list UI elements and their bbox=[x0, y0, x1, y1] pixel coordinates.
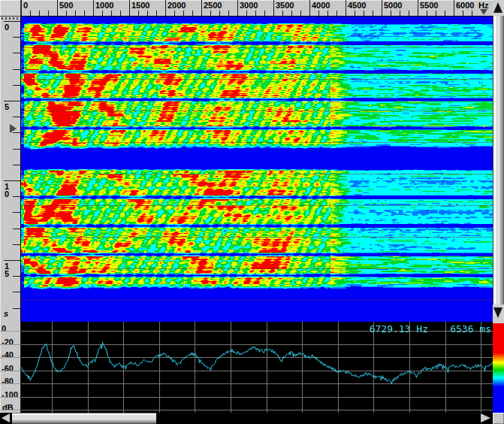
freq-minor-tick bbox=[75, 11, 76, 16]
intensity-color-scale-bar bbox=[493, 323, 504, 413]
time-minor-tick bbox=[13, 132, 20, 133]
db-axis-separator bbox=[0, 331, 20, 332]
freq-minor-tick bbox=[445, 11, 445, 16]
db-tick-label: -40 bbox=[2, 350, 14, 359]
right-arrow-icon bbox=[481, 413, 490, 422]
freq-tick-label: 3500 bbox=[276, 1, 294, 10]
time-minor-tick bbox=[13, 229, 20, 229]
freq-minor-tick bbox=[30, 11, 31, 16]
db-unit-label: dB bbox=[2, 403, 14, 412]
freq-tick-label: 2500 bbox=[204, 1, 222, 10]
freq-tick-label: 5500 bbox=[420, 1, 438, 10]
freq-major-tick bbox=[273, 0, 274, 16]
vertical-scrollbar[interactable] bbox=[493, 0, 504, 323]
freq-minor-tick bbox=[111, 11, 112, 16]
freq-major-tick bbox=[165, 0, 166, 16]
frequency-ruler: Hz 0500100015002000250030003500400045005… bbox=[21, 0, 493, 17]
scroll-right-button[interactable] bbox=[479, 413, 493, 424]
cursor-frequency-readout: 6729.13 Hz bbox=[370, 323, 428, 335]
freq-minor-tick bbox=[364, 11, 364, 16]
freq-minor-tick bbox=[327, 11, 328, 16]
freq-minor-tick bbox=[174, 11, 175, 16]
freq-tick-label: 4500 bbox=[348, 1, 366, 10]
freq-minor-tick bbox=[300, 11, 301, 16]
freq-tick-label: 0 bbox=[23, 1, 28, 10]
freq-minor-tick bbox=[264, 11, 265, 16]
freq-tick-label: 3000 bbox=[240, 1, 258, 10]
freq-minor-tick bbox=[228, 11, 229, 16]
time-unit-label: s bbox=[4, 309, 8, 318]
time-minor-tick bbox=[13, 244, 20, 245]
freq-minor-tick bbox=[427, 11, 427, 16]
time-minor-tick bbox=[13, 53, 20, 53]
db-axis-separator bbox=[0, 383, 20, 384]
time-ruler: s 051015 bbox=[0, 17, 21, 322]
scroll-up-button[interactable] bbox=[493, 0, 504, 17]
time-minor-tick bbox=[13, 69, 20, 70]
freq-minor-tick bbox=[192, 11, 193, 16]
freq-major-tick bbox=[418, 0, 418, 16]
time-major-tick bbox=[4, 260, 20, 261]
spectrogram-display[interactable] bbox=[21, 17, 493, 322]
spectrogram-viewer-window: Hz 0500100015002000250030003500400045005… bbox=[0, 0, 504, 424]
time-minor-tick bbox=[13, 149, 20, 150]
time-minor-tick bbox=[13, 308, 20, 309]
freq-tick-label: 2000 bbox=[167, 1, 186, 10]
freq-minor-tick bbox=[147, 11, 148, 16]
freq-minor-tick bbox=[255, 11, 256, 16]
time-tick-label: 0 bbox=[5, 23, 11, 31]
freq-minor-tick bbox=[291, 11, 292, 16]
freq-major-tick bbox=[454, 0, 454, 16]
time-minor-tick bbox=[13, 276, 20, 277]
freq-major-tick bbox=[201, 0, 202, 16]
freq-minor-tick bbox=[102, 11, 103, 16]
time-minor-tick bbox=[13, 117, 20, 117]
horizontal-scrollbar[interactable] bbox=[0, 413, 493, 424]
freq-minor-tick bbox=[120, 11, 121, 16]
time-tick-label: 10 bbox=[5, 183, 11, 198]
db-axis-separator bbox=[0, 344, 20, 345]
freq-minor-tick bbox=[391, 11, 391, 16]
spectrum-plot bbox=[21, 322, 493, 413]
freq-minor-tick bbox=[183, 11, 184, 16]
db-tick-label: -100 bbox=[2, 390, 18, 399]
bottom-right-corner-cell bbox=[493, 413, 504, 424]
time-minor-tick bbox=[13, 212, 20, 213]
horizontal-scrollbar-thumb[interactable] bbox=[12, 413, 156, 424]
time-tick-label: 15 bbox=[5, 262, 11, 277]
vertical-scrollbar-thumb[interactable] bbox=[493, 16, 504, 304]
freq-major-tick bbox=[129, 0, 130, 16]
freq-minor-tick bbox=[84, 11, 85, 16]
freq-tick-label: 6000 bbox=[456, 1, 474, 10]
top-left-corner-cell bbox=[0, 0, 21, 17]
freq-minor-tick bbox=[373, 11, 373, 16]
scroll-left-button[interactable] bbox=[0, 413, 12, 424]
freq-minor-tick bbox=[463, 11, 463, 16]
db-axis-separator bbox=[0, 357, 20, 358]
freq-minor-tick bbox=[138, 11, 139, 16]
freq-major-tick bbox=[21, 0, 22, 16]
freq-minor-tick bbox=[337, 11, 337, 16]
freq-minor-tick bbox=[409, 11, 409, 16]
db-axis-separator bbox=[0, 410, 20, 410]
freq-minor-tick bbox=[355, 11, 355, 16]
db-tick-label: -20 bbox=[2, 338, 14, 347]
freq-major-tick bbox=[57, 0, 58, 16]
db-axis-separator bbox=[0, 371, 20, 371]
db-tick-label: 0 bbox=[2, 324, 6, 333]
time-minor-tick bbox=[13, 196, 20, 197]
freq-minor-tick bbox=[39, 11, 40, 16]
freq-tick-label: 1500 bbox=[131, 1, 149, 10]
down-arrow-icon bbox=[493, 307, 502, 318]
time-minor-tick bbox=[13, 165, 20, 165]
freq-major-tick bbox=[346, 0, 346, 16]
freq-minor-tick bbox=[436, 11, 436, 16]
freq-tick-label: 4000 bbox=[312, 1, 330, 10]
scroll-down-button[interactable] bbox=[493, 304, 504, 323]
time-major-tick bbox=[4, 180, 20, 181]
freq-minor-tick bbox=[400, 11, 400, 16]
spectrum-plot-panel: 6729.13 Hz 6536 ms bbox=[21, 322, 493, 413]
freq-minor-tick bbox=[66, 11, 67, 16]
freq-minor-tick bbox=[48, 11, 49, 16]
ruler-grip-handle[interactable] bbox=[2, 17, 20, 20]
